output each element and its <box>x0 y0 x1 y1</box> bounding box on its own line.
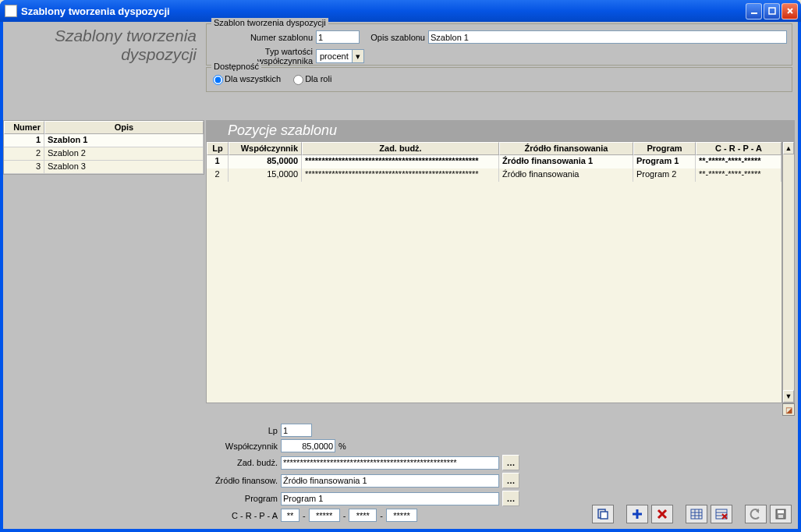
svg-rect-23 <box>778 515 783 518</box>
numer-szablonu-label: Numer szablonu <box>211 33 313 42</box>
table-delete-icon <box>715 508 728 520</box>
cell-zrodlo: Źródło finansowania <box>499 168 633 182</box>
cell-wsp: 15,0000 <box>229 168 302 182</box>
app-window: Szablony tworzenia dyspozycji Szablony t… <box>0 0 801 532</box>
list-item-opis: Szablon 2 <box>44 147 204 161</box>
list-item-opis: Szablon 3 <box>44 161 204 174</box>
svg-rect-1 <box>769 8 775 14</box>
zrodlo-browse-button[interactable]: … <box>502 473 519 488</box>
pozycje-grid[interactable]: Lp Współczynnik Zad. budż. Źródło finans… <box>206 141 782 403</box>
col-opis-header: Opis <box>44 121 204 134</box>
pozycje-grid-header: Lp Współczynnik Zad. budż. Źródło finans… <box>207 142 782 155</box>
col-zad-header: Zad. budż. <box>302 142 499 155</box>
save-button[interactable] <box>770 505 792 523</box>
close-button[interactable] <box>782 3 798 20</box>
app-icon <box>5 5 17 17</box>
col-crpa-header: C - R - P - A <box>696 142 782 155</box>
svg-rect-0 <box>751 12 757 14</box>
zad-label: Zad. budż. <box>211 458 278 467</box>
cell-zrodlo: Źródło finansowania 1 <box>499 155 633 168</box>
cell-zad: ****************************************… <box>302 168 499 182</box>
minimize-icon <box>750 7 758 15</box>
add-button[interactable] <box>626 505 648 523</box>
col-program-header: Program <box>633 142 696 155</box>
cell-program: Program 1 <box>633 155 696 168</box>
pozycje-section-title: Pozycje szablonu <box>206 120 795 141</box>
table-row[interactable]: 1 85,0000 ******************************… <box>207 155 782 168</box>
szablony-list-header: Numer Opis <box>4 121 204 134</box>
opis-szablonu-input[interactable] <box>428 30 787 44</box>
plus-icon <box>631 508 643 520</box>
cell-wsp: 85,0000 <box>229 155 302 168</box>
radio-role-label: Dla roli <box>305 74 331 83</box>
col-numer-header: Numer <box>4 121 44 134</box>
grid-options-icon[interactable]: ◪ <box>782 403 795 416</box>
undo-icon <box>750 508 762 520</box>
close-icon <box>786 7 794 15</box>
main-area: Pozycje szablonu Lp Współczynnik Zad. bu… <box>206 120 795 499</box>
bottom-toolbar <box>206 502 795 526</box>
zrodlo-input[interactable] <box>281 474 499 488</box>
maximize-icon <box>768 7 776 15</box>
page-title: Szablony tworzenia dyspozycji <box>3 22 204 78</box>
svg-rect-5 <box>601 512 608 519</box>
table-row[interactable]: 2 15,0000 ******************************… <box>207 168 782 182</box>
save-icon <box>774 508 787 520</box>
list-item-opis: Szablon 1 <box>44 134 204 147</box>
svg-rect-22 <box>778 510 784 513</box>
pozycje-scrollbar[interactable]: ▲ ▼ <box>782 141 795 403</box>
list-item-num: 3 <box>4 161 44 174</box>
copy-button[interactable] <box>592 505 614 523</box>
list-item[interactable]: 1 Szablon 1 <box>4 134 204 147</box>
radio-all[interactable]: Dla wszystkich <box>213 74 281 85</box>
window-title: Szablony tworzenia dyspozycji <box>21 5 170 17</box>
ellipsis-icon: … <box>507 458 516 467</box>
table-icon <box>690 508 703 520</box>
zad-browse-button[interactable]: … <box>502 455 519 470</box>
client-area: Szablony tworzenia dyspozycji Szablon tw… <box>3 22 798 529</box>
list-item-num: 1 <box>4 134 44 147</box>
chevron-down-icon: ▾ <box>352 50 363 62</box>
numer-szablonu-input[interactable] <box>316 30 360 44</box>
wsp-label: Współczynnik <box>211 442 278 451</box>
radio-role[interactable]: Dla roli <box>293 74 331 85</box>
szablon-groupbox: Szablon tworzenia dyspozycji Numer szabl… <box>206 23 792 66</box>
scroll-up-icon[interactable]: ▲ <box>783 142 794 154</box>
radio-all-input[interactable] <box>213 75 223 85</box>
opis-szablonu-label: Opis szablonu <box>364 33 425 42</box>
list-item-num: 2 <box>4 147 44 161</box>
minimize-button[interactable] <box>746 3 762 20</box>
undo-button[interactable] <box>745 505 767 523</box>
maximize-button[interactable] <box>764 3 780 20</box>
table-button-1[interactable] <box>686 505 707 523</box>
szablony-list[interactable]: Numer Opis 1 Szablon 1 2 Szablon 2 3 Sza… <box>3 120 204 175</box>
typ-wartosci-combo[interactable]: procent ▾ <box>316 49 364 63</box>
cell-crpa: **-*****-****-***** <box>696 155 782 168</box>
dostepnosc-groupbox: Dostępność Dla wszystkich Dla roli <box>206 67 792 92</box>
scroll-down-icon[interactable]: ▼ <box>783 390 794 403</box>
lp-input[interactable] <box>281 424 312 437</box>
szablon-legend: Szablon tworzenia dyspozycji <box>211 18 328 27</box>
zrodlo-label: Źródło finansow. <box>211 476 278 485</box>
copy-icon <box>597 508 609 520</box>
ellipsis-icon: … <box>507 476 516 485</box>
zad-input[interactable] <box>281 456 499 470</box>
cell-lp: 1 <box>207 155 229 168</box>
wsp-input[interactable] <box>281 439 335 452</box>
cell-crpa: **-*****-****-***** <box>696 168 782 182</box>
radio-all-label: Dla wszystkich <box>225 74 281 83</box>
delete-button[interactable] <box>651 505 673 523</box>
col-zrodlo-header: Źródło finansowania <box>499 142 633 155</box>
list-item[interactable]: 3 Szablon 3 <box>4 161 204 174</box>
x-icon <box>656 508 668 520</box>
radio-role-input[interactable] <box>293 75 303 85</box>
col-wsp-header: Współczynnik <box>229 142 302 155</box>
titlebar: Szablony tworzenia dyspozycji <box>0 0 801 22</box>
list-item[interactable]: 2 Szablon 2 <box>4 147 204 161</box>
typ-wartosci-value: procent <box>317 51 352 61</box>
lp-label: Lp <box>211 426 278 435</box>
cell-program: Program 2 <box>633 168 696 182</box>
table-button-2[interactable] <box>711 505 732 523</box>
cell-lp: 2 <box>207 168 229 182</box>
cell-zad: ****************************************… <box>302 155 499 168</box>
